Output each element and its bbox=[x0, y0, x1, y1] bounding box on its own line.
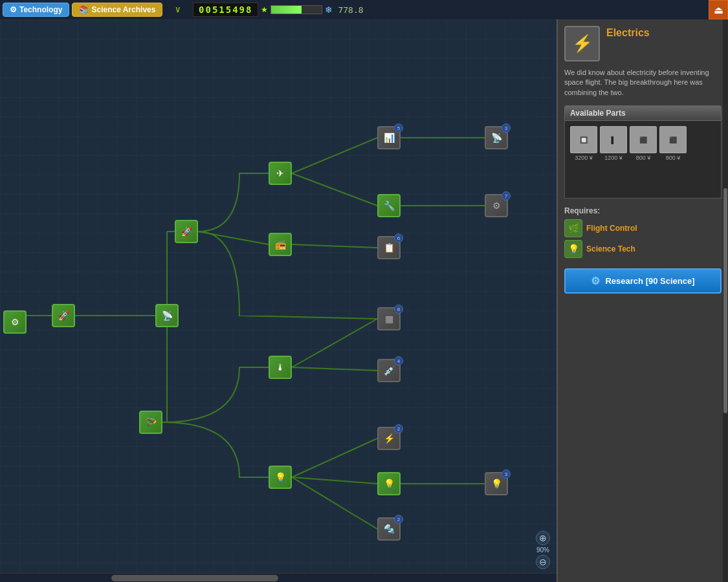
alt-score: 778.8 bbox=[338, 5, 363, 15]
tech-node-icon-n16: 💡 bbox=[384, 479, 395, 489]
star-icon: ★ bbox=[261, 5, 268, 14]
tech-node-badge-n12: 6 bbox=[394, 233, 403, 242]
part-cost: 1200 ¥ bbox=[604, 155, 623, 161]
part-item[interactable]: 🔲 3200 ¥ bbox=[570, 126, 597, 193]
zoom-out-button[interactable]: ⊖ bbox=[536, 555, 550, 569]
part-item[interactable]: ⬛ 800 ¥ bbox=[630, 126, 657, 193]
xp-bar-fill bbox=[271, 6, 302, 14]
science-archives-label: Science Archives bbox=[91, 5, 155, 14]
tech-node-badge-n13: 8 bbox=[394, 305, 403, 314]
lightning-icon: ⚡ bbox=[572, 34, 593, 54]
part-icon: ▌ bbox=[600, 126, 627, 153]
horizontal-scrollbar[interactable] bbox=[0, 573, 557, 582]
tech-main-icon: ⚡ bbox=[564, 26, 600, 61]
svg-line-11 bbox=[292, 477, 377, 484]
part-icon: ⬛ bbox=[659, 126, 687, 153]
tech-node-n9[interactable]: 🪂 bbox=[139, 411, 162, 434]
req-name: Science Tech bbox=[586, 244, 635, 253]
tech-node-badge-n19: 7 bbox=[502, 191, 511, 200]
topbar: ⚙ Technology 📚 Science Archives V 005154… bbox=[0, 0, 728, 19]
tech-node-n10[interactable]: 📊5 bbox=[377, 126, 401, 149]
tech-node-icon-n2: 🚀 bbox=[58, 310, 69, 321]
tech-node-icon-n17: 🔩 bbox=[384, 524, 395, 534]
part-icon: 🔲 bbox=[570, 126, 597, 153]
tech-node-n18[interactable]: 📡3 bbox=[485, 126, 508, 149]
tech-node-icon-n7: 🌡 bbox=[276, 362, 285, 372]
tech-node-icon-n1: ⚙ bbox=[11, 317, 19, 327]
score-prefix: V bbox=[175, 6, 180, 14]
research-button[interactable]: ⚙ Research [90 Science] bbox=[564, 268, 722, 294]
tech-node-n1[interactable]: ⚙ bbox=[3, 310, 27, 334]
svg-line-10 bbox=[292, 438, 377, 477]
tech-node-icon-n9: 🪂 bbox=[146, 417, 157, 427]
part-item[interactable]: ⬛ 800 ¥ bbox=[659, 126, 687, 193]
available-parts-title: Available Parts bbox=[564, 105, 722, 121]
requires-list: 🌿 Flight Control 💡 Science Tech bbox=[564, 219, 722, 258]
tech-node-n11[interactable]: 🔧 bbox=[377, 194, 401, 217]
requires-item[interactable]: 💡 Science Tech bbox=[564, 240, 722, 258]
science-archives-icon: 📚 bbox=[79, 5, 89, 14]
part-item[interactable]: ▌ 1200 ¥ bbox=[600, 126, 627, 193]
tech-node-n13[interactable]: ▦8 bbox=[377, 307, 401, 330]
tech-node-badge-n20: 3 bbox=[502, 469, 511, 479]
tech-node-n12[interactable]: 📋6 bbox=[377, 236, 401, 259]
req-icon: 💡 bbox=[564, 240, 582, 258]
tech-node-icon-n13: ▦ bbox=[385, 314, 393, 324]
tech-node-n5[interactable]: ✈ bbox=[269, 162, 292, 185]
technology-tab[interactable]: ⚙ Technology bbox=[3, 3, 69, 17]
zoom-level: 90% bbox=[536, 546, 549, 554]
parts-area: 🔲 3200 ¥ ▌ 1200 ¥ ⬛ 800 ¥ ⬛ 800 ¥ bbox=[564, 121, 722, 199]
tech-node-n4[interactable]: 🚀 bbox=[175, 220, 198, 243]
tech-node-icon-n15: ⚡ bbox=[384, 433, 395, 444]
exit-button[interactable]: ⏏ bbox=[709, 0, 728, 19]
tech-node-icon-n4: 🚀 bbox=[181, 226, 192, 237]
tech-node-n6[interactable]: 📻 bbox=[269, 233, 292, 256]
requires-title: Requires: bbox=[564, 206, 722, 215]
svg-line-9 bbox=[292, 367, 377, 371]
exit-icon: ⏏ bbox=[714, 4, 723, 16]
scrollbar-thumb[interactable] bbox=[723, 188, 727, 413]
svg-line-7 bbox=[292, 244, 377, 248]
tech-node-icon-n5: ✈ bbox=[276, 168, 284, 178]
tech-node-icon-n20: 💡 bbox=[491, 479, 502, 489]
tech-node-icon-n3: 📡 bbox=[162, 310, 173, 321]
tech-node-icon-n12: 📋 bbox=[384, 242, 395, 253]
tech-node-n3[interactable]: 📡 bbox=[155, 304, 179, 327]
tech-node-icon-n18: 📡 bbox=[491, 133, 502, 143]
svg-line-6 bbox=[198, 232, 269, 244]
technology-icon: ⚙ bbox=[10, 5, 17, 14]
tech-node-badge-n14: 4 bbox=[394, 356, 403, 365]
science-archives-tab[interactable]: 📚 Science Archives bbox=[72, 3, 162, 17]
tech-node-icon-n10: 📊 bbox=[384, 133, 395, 143]
research-icon: ⚙ bbox=[591, 275, 600, 287]
tech-node-n15[interactable]: ⚡2 bbox=[377, 427, 401, 450]
scroll-thumb[interactable] bbox=[111, 575, 278, 581]
zoom-controls: ⊕ 90% ⊖ bbox=[536, 531, 550, 569]
score-value: 00515498 bbox=[199, 5, 252, 15]
tech-node-n7[interactable]: 🌡 bbox=[269, 356, 292, 379]
requires-item[interactable]: 🌿 Flight Control bbox=[564, 219, 722, 237]
tech-node-n20[interactable]: 💡3 bbox=[485, 472, 508, 495]
tech-tree-area: ⚙🚀📡🚀✈📻🌡💡🪂📊5🔧📋6▦8💉4⚡2💡🔩2📡3⚙7💡3 ⊕ 90% ⊖ bbox=[0, 19, 557, 582]
part-cost: 3200 ¥ bbox=[575, 155, 593, 161]
tech-node-icon-n8: 💡 bbox=[275, 472, 286, 482]
tech-node-n17[interactable]: 🔩2 bbox=[377, 517, 401, 541]
tech-header: ⚡ Electrics bbox=[564, 26, 722, 61]
tech-node-n8[interactable]: 💡 bbox=[269, 466, 292, 489]
snowflake-icon: ❄ bbox=[325, 5, 333, 15]
tech-node-icon-n11: 🔧 bbox=[384, 200, 395, 211]
tech-node-n14[interactable]: 💉4 bbox=[377, 359, 401, 382]
tech-title: Electrics bbox=[606, 27, 650, 39]
tech-node-n16[interactable]: 💡 bbox=[377, 472, 401, 495]
tech-node-badge-n10: 5 bbox=[394, 124, 403, 133]
tech-node-n19[interactable]: ⚙7 bbox=[485, 194, 508, 217]
right-panel-scrollbar[interactable] bbox=[723, 19, 728, 582]
right-panel: ⚡ Electrics We did know about electricit… bbox=[557, 19, 728, 582]
part-cost: 800 ¥ bbox=[666, 155, 681, 161]
tech-node-badge-n17: 2 bbox=[394, 515, 403, 524]
svg-line-12 bbox=[292, 477, 377, 529]
tech-node-n2[interactable]: 🚀 bbox=[52, 304, 75, 327]
connections-svg bbox=[0, 19, 557, 582]
score-display: 00515498 bbox=[193, 3, 258, 17]
zoom-in-button[interactable]: ⊕ bbox=[536, 531, 550, 545]
